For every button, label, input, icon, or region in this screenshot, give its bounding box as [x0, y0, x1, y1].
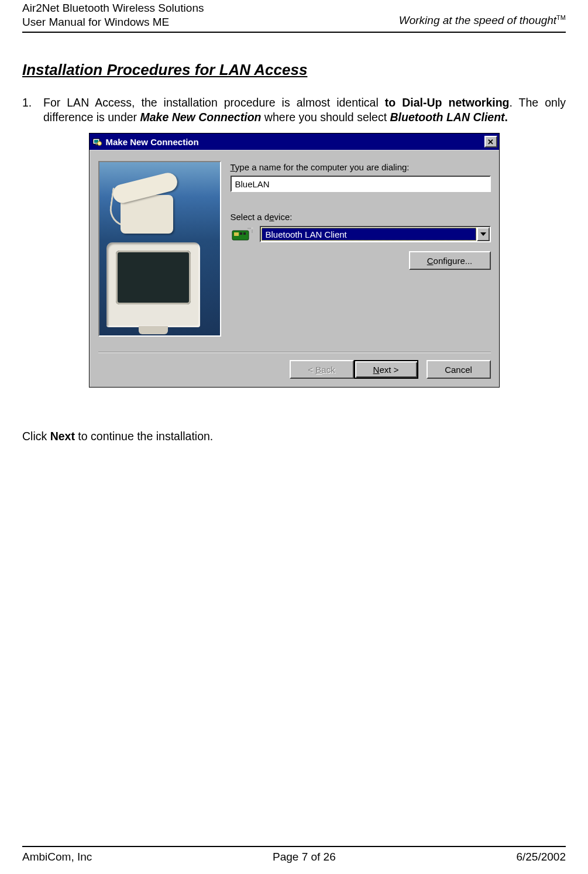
device-selected: Bluetooth LAN Client: [262, 228, 476, 241]
after-pre: Click: [22, 430, 50, 443]
chevron-down-icon[interactable]: [477, 227, 490, 241]
list-item-1: 1. For LAN Access, the installation proc…: [22, 95, 566, 125]
header-line2: User Manual for Windows ME: [22, 16, 169, 28]
back-button[interactable]: < Back: [290, 360, 354, 379]
form-area: Type a name for the computer you are dia…: [231, 161, 491, 337]
header-line1: Air2Net Bluetooth Wireless Solutions: [22, 2, 204, 14]
name-label: Type a name for the computer you are dia…: [231, 162, 491, 172]
footer-center: Page 7 of 26: [273, 851, 336, 863]
close-button[interactable]: ✕: [484, 136, 497, 148]
text-seg: where you should select: [261, 111, 390, 124]
name-label-text: ype a name for the computer you are dial…: [235, 162, 410, 172]
device-combobox[interactable]: Bluetooth LAN Client: [260, 226, 491, 242]
page-header: Air2Net Bluetooth Wireless Solutions Use…: [22, 0, 566, 29]
svg-rect-2: [95, 144, 97, 145]
list-content: For LAN Access, the installation procedu…: [43, 95, 566, 125]
svg-point-8: [251, 227, 253, 229]
monitor-graphic: [106, 242, 200, 327]
dialog-body: Type a name for the computer you are dia…: [90, 150, 499, 387]
connection-name-input[interactable]: BlueLAN: [231, 176, 491, 192]
phone-graphic: [112, 172, 183, 239]
dialog-separator: [98, 352, 491, 353]
page-footer: AmbiCom, Inc Page 7 of 26 6/25/2002: [22, 841, 566, 863]
footer-left: AmbiCom, Inc: [22, 851, 92, 863]
wizard-side-image: [98, 161, 221, 337]
after-bold: Next: [50, 430, 75, 443]
text-seg-bolditalic: Bluetooth LAN Client: [390, 111, 505, 124]
next-button[interactable]: Next >: [354, 360, 418, 379]
instruction-list: 1. For LAN Access, the installation proc…: [22, 95, 566, 125]
continue-instruction: Click Next to continue the installation.: [22, 430, 566, 443]
svg-rect-6: [240, 232, 242, 235]
header-left: Air2Net Bluetooth Wireless Solutions Use…: [22, 1, 204, 29]
dialog-figure: Make New Connection ✕ Typ: [22, 133, 566, 388]
after-post: to continue the installation.: [75, 430, 213, 443]
configure-button-rest: onfigure...: [434, 256, 473, 266]
connection-name-value: BlueLAN: [235, 179, 270, 189]
text-seg-bold: to Dial-Up networking: [385, 96, 510, 109]
svg-point-3: [97, 142, 101, 146]
text-seg-bolditalic: Make New Connection: [140, 111, 262, 124]
footer-rule: [22, 846, 566, 847]
dialog-title-text: Make New Connection: [106, 137, 484, 147]
tm-mark: TM: [556, 14, 566, 21]
text-seg: For LAN Access, the installation procedu…: [43, 96, 385, 109]
header-tagline: Working at the speed of thought: [399, 14, 556, 26]
dialog-title-icon: [92, 136, 102, 147]
header-right: Working at the speed of thoughtTM: [399, 14, 566, 29]
make-new-connection-dialog: Make New Connection ✕ Typ: [89, 133, 500, 388]
cancel-button[interactable]: Cancel: [427, 360, 491, 379]
section-title: Installation Procedures for LAN Access: [22, 61, 566, 79]
device-icon: [231, 225, 254, 243]
dialog-titlebar: Make New Connection ✕: [90, 133, 499, 150]
svg-rect-5: [234, 232, 239, 236]
device-label: Select a device:: [231, 212, 491, 222]
configure-button[interactable]: Configure...: [409, 251, 491, 270]
svg-rect-7: [243, 232, 246, 235]
list-number: 1.: [22, 95, 43, 125]
wizard-button-row: < Back Next > Cancel: [98, 360, 491, 379]
text-seg-bold: .: [505, 111, 508, 124]
footer-right: 6/25/2002: [516, 851, 566, 863]
header-rule: [22, 32, 566, 33]
